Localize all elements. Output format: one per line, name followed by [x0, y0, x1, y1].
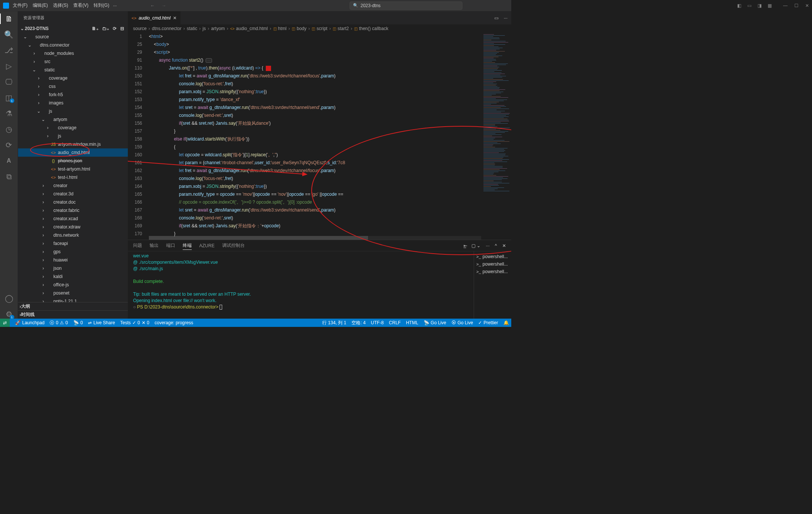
editor-body[interactable]: 1252991110150151152153154155156157158159…	[128, 33, 511, 240]
status-launchpad[interactable]: 🚀 Launchpad	[15, 320, 44, 325]
menu-goto[interactable]: 转到(G)	[94, 2, 109, 9]
breadcrumb-item[interactable]: body	[297, 26, 306, 31]
breadcrumb-item[interactable]: js	[203, 26, 206, 31]
folder-item[interactable]: ›json	[18, 264, 128, 272]
status-language[interactable]: HTML	[406, 320, 418, 325]
folder-item[interactable]: ›dtns.network	[18, 231, 128, 239]
folder-item[interactable]: ›images	[18, 99, 128, 107]
folder-item[interactable]: ⌄dtns.connector	[18, 41, 128, 49]
file-item[interactable]: <>test-artyom.html	[18, 165, 128, 173]
breadcrumb-item[interactable]: source	[133, 26, 147, 31]
status-notifications-icon[interactable]: 🔔	[503, 320, 509, 325]
status-problems[interactable]: ⓧ 0 ⚠ 0	[50, 320, 68, 326]
menu-overflow[interactable]: ···	[113, 3, 117, 8]
activity-azure-icon[interactable]: ⟳	[5, 141, 14, 150]
folder-item[interactable]: ›creator.3d	[18, 190, 128, 198]
breadcrumb-item[interactable]: start2	[338, 26, 349, 31]
menu-file[interactable]: 文件(F)	[13, 2, 27, 9]
panel-tab-output[interactable]: 输出	[150, 242, 159, 249]
terminal-output[interactable]: wer.vue @ ./src/components/item/XMsgView…	[128, 251, 474, 319]
status-prettier[interactable]: ✓ Prettier	[478, 320, 498, 325]
menu-bar[interactable]: 文件(F) 编辑(E) 选择(S) 查看(V) 转到(G)	[13, 2, 109, 9]
collapse-icon[interactable]: ⊟	[120, 26, 124, 31]
tab-close-icon[interactable]: ✕	[173, 15, 177, 21]
folder-item[interactable]: ›fork-h5	[18, 91, 128, 99]
folder-item[interactable]: ⌄source	[18, 33, 128, 41]
menu-view[interactable]: 查看(V)	[73, 2, 88, 9]
folder-item[interactable]: ›css	[18, 82, 128, 91]
status-coverage[interactable]: coverage: progress	[155, 320, 193, 325]
outline-section[interactable]: ›大纲	[18, 302, 128, 310]
status-golive2[interactable]: ⦿ Go Live	[451, 320, 473, 325]
folder-item[interactable]: ›creator.fabric	[18, 206, 128, 215]
breadcrumb-item[interactable]: audio_cmd.html	[236, 26, 268, 31]
panel-nav-icon[interactable]: ⇤	[464, 243, 466, 248]
status-eol[interactable]: CRLF	[389, 320, 401, 325]
breadcrumb-item[interactable]: artyom	[211, 26, 225, 31]
split-editor-icon[interactable]: ▭	[494, 15, 498, 21]
terminal-sessions[interactable]: >_powershell...>_powershell...>_powershe…	[474, 251, 511, 319]
activity-search-icon[interactable]: 🔍	[5, 30, 14, 39]
breadcrumb[interactable]: source›dtns.connector›static›js›artyom›<…	[128, 24, 511, 33]
status-cursor[interactable]: 行 134, 列 1	[322, 320, 346, 326]
activity-remote-icon[interactable]: 🖵	[5, 77, 14, 86]
activity-test-icon[interactable]: ⚗	[5, 109, 14, 118]
folder-item[interactable]: ›js	[18, 132, 128, 140]
menu-select[interactable]: 选择(S)	[53, 2, 68, 9]
folder-item[interactable]: ⌄js	[18, 107, 128, 115]
folder-item[interactable]: ›src	[18, 57, 128, 66]
remote-indicator[interactable]: ⇄	[0, 319, 10, 327]
folder-item[interactable]: ›creator.xcad	[18, 215, 128, 223]
folder-item[interactable]: ⌄static	[18, 66, 128, 74]
panel-maximize-icon[interactable]: ^	[495, 243, 497, 248]
activity-a-icon[interactable]: A	[5, 156, 14, 165]
activity-scm-icon[interactable]: ⎇	[5, 46, 14, 55]
new-file-icon[interactable]: 🗎₊	[92, 26, 98, 31]
folder-item[interactable]: ›huawei	[18, 256, 128, 264]
tab-audio-cmd[interactable]: <> audio_cmd.html ✕	[128, 11, 181, 24]
refresh-icon[interactable]: ⟳	[113, 26, 117, 31]
panel-tab-terminal[interactable]: 终端	[183, 242, 192, 250]
folder-item[interactable]: ›coverage	[18, 124, 128, 132]
breadcrumb-item[interactable]: script	[317, 26, 327, 31]
status-tests[interactable]: Tests ✓ 0 ✕ 0	[120, 320, 149, 325]
file-item[interactable]: <>audio_cmd.html	[18, 148, 128, 157]
file-item[interactable]: {}phones.json	[18, 157, 128, 165]
folder-item[interactable]: ›creator	[18, 181, 128, 190]
activity-extensions-icon[interactable]: ◫1	[5, 93, 14, 102]
code-content[interactable]: <html> <body> <script> async function st…	[149, 33, 511, 240]
activity-timeline-icon[interactable]: ◷	[5, 125, 14, 134]
new-folder-icon[interactable]: 🗀₊	[102, 26, 109, 31]
more-actions-icon[interactable]: ···	[504, 15, 508, 21]
status-golive1[interactable]: 📡 Go Live	[424, 320, 446, 325]
file-tree[interactable]: ⌄source⌄dtns.connector›node_modules›src⌄…	[18, 33, 128, 302]
panel-more-icon[interactable]: ···	[486, 243, 489, 248]
timeline-section[interactable]: ›时间线	[18, 310, 128, 319]
breadcrumb-item[interactable]: static	[187, 26, 197, 31]
terminal-session[interactable]: >_powershell...	[476, 268, 509, 275]
panel-tab-debug[interactable]: 调试控制台	[222, 242, 245, 249]
panel-tab-problems[interactable]: 问题	[133, 242, 142, 249]
status-stream[interactable]: 📡 0	[73, 320, 83, 325]
terminal-session[interactable]: >_powershell...	[476, 260, 509, 268]
activity-settings-icon[interactable]: ⚙1	[5, 310, 14, 319]
panel-tab-ports[interactable]: 端口	[166, 242, 175, 249]
panel-close-icon[interactable]: ✕	[502, 243, 506, 248]
new-terminal-icon[interactable]: ▢ ⌄	[471, 243, 480, 248]
folder-item[interactable]: ›coverage	[18, 74, 128, 82]
folder-item[interactable]: ›faceapi	[18, 239, 128, 248]
breadcrumb-item[interactable]: dtns.connector	[152, 26, 182, 31]
folder-item[interactable]: ›creator.doc	[18, 198, 128, 206]
menu-edit[interactable]: 编辑(E)	[33, 2, 48, 9]
nav-back-icon[interactable]: ←	[150, 3, 155, 8]
status-indent[interactable]: 空格: 4	[351, 320, 365, 326]
activity-debug-icon[interactable]: ▷	[5, 62, 14, 71]
activity-account-icon[interactable]: ◯	[5, 294, 14, 303]
activity-vscode-icon[interactable]: ⧉	[5, 172, 14, 181]
project-section[interactable]: ⌄ 2023-DTNS 🗎₊ 🗀₊ ⟳ ⊟	[18, 24, 128, 33]
breadcrumb-item[interactable]: html	[278, 26, 287, 31]
folder-item[interactable]: ›office-js	[18, 281, 128, 289]
breadcrumb-item[interactable]: then() callback	[359, 26, 388, 31]
horizontal-scrollbar[interactable]	[149, 236, 481, 240]
folder-item[interactable]: ›pptjs-1.21.1	[18, 297, 128, 302]
